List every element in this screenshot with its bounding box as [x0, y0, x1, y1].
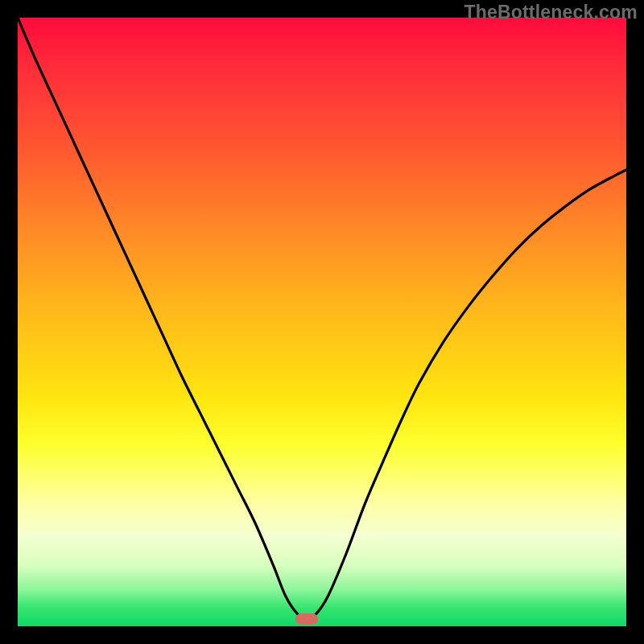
- bottleneck-curve: [18, 18, 626, 626]
- optimum-marker: [295, 613, 318, 625]
- plot-area: [18, 18, 626, 626]
- chart-container: TheBottleneck.com: [0, 0, 644, 644]
- watermark-text: TheBottleneck.com: [464, 2, 638, 23]
